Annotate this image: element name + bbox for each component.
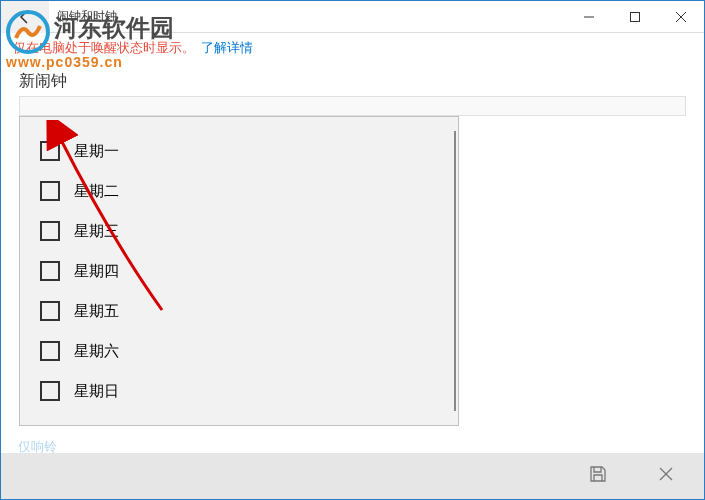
save-button[interactable] bbox=[588, 464, 608, 488]
day-label: 星期五 bbox=[74, 302, 119, 321]
checkbox-sunday[interactable] bbox=[40, 381, 60, 401]
day-row-saturday[interactable]: 星期六 bbox=[20, 331, 458, 371]
day-row-wednesday[interactable]: 星期三 bbox=[20, 211, 458, 251]
minimize-button[interactable] bbox=[566, 1, 612, 33]
maximize-icon bbox=[630, 12, 640, 22]
day-label: 星期二 bbox=[74, 182, 119, 201]
days-dropdown-panel: 星期一 星期二 星期三 星期四 星期五 星期六 bbox=[19, 116, 459, 426]
checkbox-saturday[interactable] bbox=[40, 341, 60, 361]
notification-link[interactable]: 了解详情 bbox=[201, 39, 253, 57]
back-button[interactable] bbox=[1, 1, 49, 33]
partial-footer-link[interactable]: 仅响铃 bbox=[18, 438, 57, 456]
day-label: 星期四 bbox=[74, 262, 119, 281]
notification-bar: 仅在电脑处于唤醒状态时显示。 了解详情 bbox=[1, 33, 704, 63]
cancel-icon bbox=[658, 466, 674, 482]
window-controls bbox=[566, 1, 704, 33]
close-icon bbox=[676, 12, 686, 22]
checkbox-monday[interactable] bbox=[40, 141, 60, 161]
window-title: 闹钟和时钟 bbox=[57, 8, 566, 25]
day-row-tuesday[interactable]: 星期二 bbox=[20, 171, 458, 211]
day-label: 星期日 bbox=[74, 382, 119, 401]
day-row-friday[interactable]: 星期五 bbox=[20, 291, 458, 331]
day-label: 星期六 bbox=[74, 342, 119, 361]
notification-text: 仅在电脑处于唤醒状态时显示。 bbox=[13, 39, 195, 57]
minimize-icon bbox=[584, 12, 594, 22]
maximize-button[interactable] bbox=[612, 1, 658, 33]
day-label: 星期一 bbox=[74, 142, 119, 161]
back-arrow-icon bbox=[17, 9, 33, 25]
scrollbar[interactable] bbox=[454, 131, 456, 411]
checkbox-thursday[interactable] bbox=[40, 261, 60, 281]
titlebar: 闹钟和时钟 bbox=[1, 1, 704, 33]
app-window: 闹钟和时钟 河东软件园 www.pc0359.cn 仅在电脑处于唤醒状态时显示。… bbox=[0, 0, 705, 500]
day-row-sunday[interactable]: 星期日 bbox=[20, 371, 458, 411]
svg-rect-1 bbox=[631, 12, 640, 21]
cancel-button[interactable] bbox=[658, 466, 674, 486]
day-row-monday[interactable]: 星期一 bbox=[20, 131, 458, 171]
save-icon bbox=[588, 464, 608, 484]
page-subtitle: 新闹钟 bbox=[1, 63, 704, 96]
checkbox-tuesday[interactable] bbox=[40, 181, 60, 201]
day-label: 星期三 bbox=[74, 222, 119, 241]
checkbox-wednesday[interactable] bbox=[40, 221, 60, 241]
content-area: 星期一 星期二 星期三 星期四 星期五 星期六 bbox=[1, 96, 704, 453]
checkbox-friday[interactable] bbox=[40, 301, 60, 321]
close-button[interactable] bbox=[658, 1, 704, 33]
bottom-toolbar bbox=[1, 453, 704, 499]
day-row-thursday[interactable]: 星期四 bbox=[20, 251, 458, 291]
truncated-header bbox=[19, 96, 686, 116]
